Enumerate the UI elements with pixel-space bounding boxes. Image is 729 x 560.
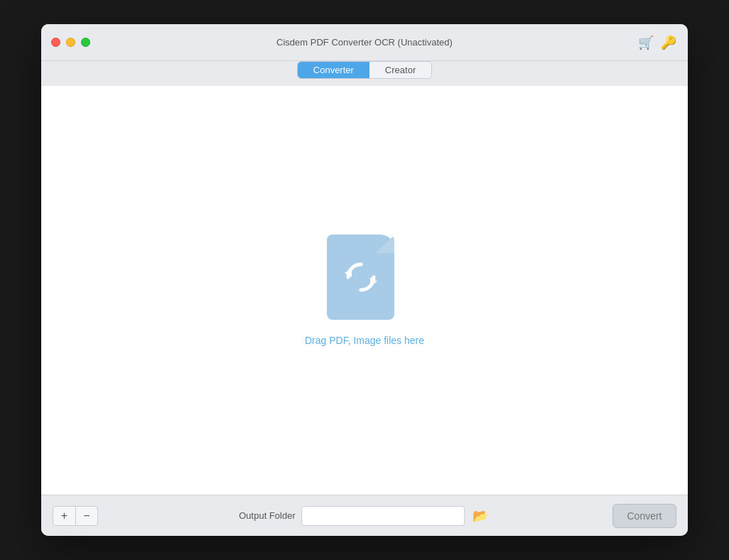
open-folder-icon: 📂	[472, 508, 488, 524]
tab-converter[interactable]: Converter	[298, 62, 369, 78]
file-icon	[327, 235, 401, 323]
drag-hint: Drag PDF, Image files here	[305, 335, 424, 346]
convert-button[interactable]: Convert	[612, 504, 676, 528]
output-folder-label: Output Folder	[239, 510, 296, 521]
browse-folder-button[interactable]: 📂	[470, 506, 490, 526]
titlebar: Cisdem PDF Converter OCR (Unactivated) 🛒…	[41, 24, 688, 61]
file-body	[327, 235, 394, 320]
drop-zone[interactable]: Drag PDF, Image files here	[305, 235, 424, 346]
add-file-button[interactable]: +	[53, 506, 75, 526]
cart-icon[interactable]: 🛒	[638, 35, 654, 50]
key-icon[interactable]: 🔑	[661, 35, 676, 50]
app-window: Cisdem PDF Converter OCR (Unactivated) 🛒…	[41, 24, 688, 536]
maximize-button[interactable]	[81, 38, 90, 47]
remove-file-button[interactable]: −	[75, 506, 98, 526]
output-input-wrapper: 📁	[301, 506, 465, 526]
window-title: Cisdem PDF Converter OCR (Unactivated)	[276, 37, 453, 48]
tabs-container: Converter Creator	[297, 61, 432, 79]
sync-icon	[341, 257, 381, 297]
file-corner-fold	[376, 235, 394, 253]
tab-creator[interactable]: Creator	[369, 62, 431, 78]
minimize-button[interactable]	[66, 38, 75, 47]
tabs-bar: Converter Creator	[41, 61, 688, 86]
traffic-lights	[51, 38, 90, 47]
output-folder-input[interactable]	[301, 506, 465, 526]
add-remove-group: + −	[53, 506, 98, 526]
titlebar-actions: 🛒 🔑	[638, 35, 676, 50]
bottom-bar: + − Output Folder 📁 📂 Convert	[41, 495, 688, 536]
output-folder-section: Output Folder 📁 📂	[239, 506, 490, 526]
main-content: Drag PDF, Image files here	[41, 86, 688, 495]
bottom-bar-inner: + − Output Folder 📁 📂 Convert	[53, 504, 676, 528]
close-button[interactable]	[51, 38, 60, 47]
